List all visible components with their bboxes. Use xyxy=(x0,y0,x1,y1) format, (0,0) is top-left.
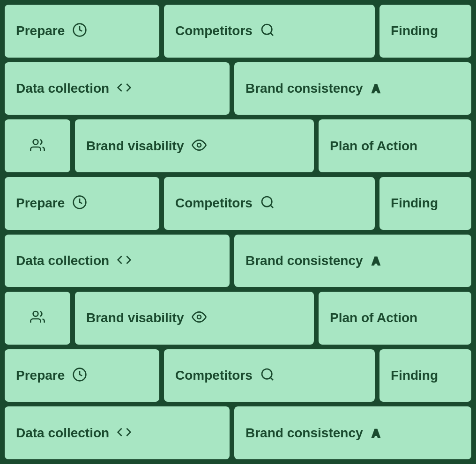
tile-findings-3[interactable]: Finding xyxy=(379,349,471,402)
grid-row-4: Prepare Competitors Finding xyxy=(5,177,471,230)
search-icon xyxy=(260,22,275,39)
svg-point-7 xyxy=(262,197,272,206)
svg-line-8 xyxy=(270,205,273,208)
eye-icon-2 xyxy=(192,309,207,326)
font-icon-2: A xyxy=(371,252,386,269)
eye-icon xyxy=(192,138,207,155)
grid-row-2: Data collection Brand consistency A xyxy=(5,62,471,115)
svg-point-11 xyxy=(197,315,201,319)
svg-point-5 xyxy=(197,143,201,147)
code-icon-3 xyxy=(117,425,132,442)
grid-row-5: Data collection Brand consistency A xyxy=(5,235,471,287)
grid-row-3: Brand visability Plan of Action xyxy=(5,119,471,172)
main-grid: Prepare Competitors Finding Data collect… xyxy=(0,0,476,464)
svg-text:A: A xyxy=(372,254,379,267)
svg-text:A: A xyxy=(372,82,379,95)
tile-prepare-3[interactable]: Prepare xyxy=(5,349,159,402)
tile-brandconsistency-1[interactable]: Brand consistency A xyxy=(234,62,471,115)
tile-datacollection-2[interactable]: Data collection xyxy=(5,235,230,287)
tile-brandvisability-2[interactable]: Brand visability xyxy=(75,292,314,345)
tile-findings-1[interactable]: Finding xyxy=(379,5,471,58)
tile-users-1[interactable] xyxy=(5,119,70,172)
tile-competitors-3[interactable]: Competitors xyxy=(164,349,375,402)
font-icon: A xyxy=(371,80,386,97)
grid-row-7: Prepare Competitors Finding xyxy=(5,349,471,402)
code-icon xyxy=(117,80,132,97)
clock-icon-2 xyxy=(72,195,87,212)
font-icon-3: A xyxy=(371,425,386,442)
users-icon xyxy=(30,138,45,155)
tile-users-2[interactable] xyxy=(5,292,70,345)
svg-text:A: A xyxy=(372,427,379,439)
grid-row-8: Data collection Brand consistency A xyxy=(5,406,471,459)
tile-competitors-1[interactable]: Competitors xyxy=(164,5,375,58)
tile-prepare-2[interactable]: Prepare xyxy=(5,177,159,230)
tile-datacollection-3[interactable]: Data collection xyxy=(5,406,230,459)
search-icon-2 xyxy=(260,195,275,212)
svg-line-2 xyxy=(270,33,273,36)
tile-brandvisability-1[interactable]: Brand visability xyxy=(75,119,314,172)
svg-point-10 xyxy=(33,311,38,317)
svg-point-1 xyxy=(262,24,272,34)
users-icon-2 xyxy=(30,309,45,326)
clock-icon-3 xyxy=(72,367,87,384)
clock-icon xyxy=(72,22,87,39)
grid-row-6: Brand visability Plan of Action xyxy=(5,292,471,345)
search-icon-3 xyxy=(260,367,275,384)
tile-findings-2[interactable]: Finding xyxy=(379,177,471,230)
tile-datacollection-1[interactable]: Data collection xyxy=(5,62,230,115)
code-icon-2 xyxy=(117,252,132,269)
tile-planofaction-1[interactable]: Plan of Action xyxy=(319,119,471,172)
tile-prepare-1[interactable]: Prepare xyxy=(5,5,159,58)
svg-line-14 xyxy=(270,377,273,380)
tile-competitors-2[interactable]: Competitors xyxy=(164,177,375,230)
tile-brandconsistency-3[interactable]: Brand consistency A xyxy=(234,406,471,459)
svg-point-4 xyxy=(33,140,38,145)
svg-point-13 xyxy=(262,369,272,379)
grid-row-1: Prepare Competitors Finding xyxy=(5,5,471,58)
tile-planofaction-2[interactable]: Plan of Action xyxy=(319,292,471,345)
tile-brandconsistency-2[interactable]: Brand consistency A xyxy=(234,235,471,287)
